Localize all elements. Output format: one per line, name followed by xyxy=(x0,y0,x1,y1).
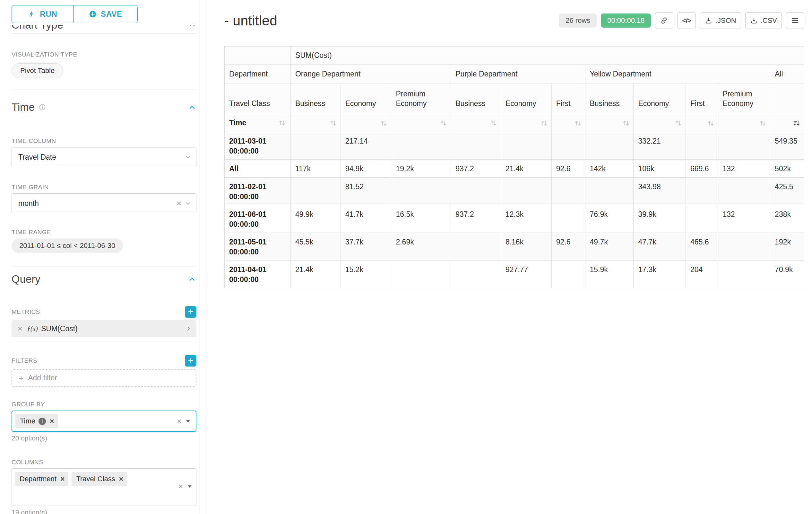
column-header: First xyxy=(686,83,718,114)
group-by-select[interactable]: Time i × × xyxy=(11,410,196,432)
value-cell: 425.5 xyxy=(770,178,804,205)
time-column-select[interactable]: Travel Date xyxy=(11,147,196,167)
column-header: Business xyxy=(290,83,341,114)
filters-label: FILTERS xyxy=(11,357,37,364)
time-section-header[interactable]: Time xyxy=(11,101,196,114)
sort-cell xyxy=(634,114,686,132)
divider xyxy=(11,33,196,34)
code-icon: </> xyxy=(682,17,691,24)
value-cell: 117k xyxy=(290,160,341,178)
metric-item[interactable]: × ƒ(x) SUM(Cost) xyxy=(11,320,196,337)
embed-code-button[interactable]: </> xyxy=(677,12,696,29)
time-range-pill[interactable]: 2011-01-01 ≤ col < 2011-06-30 xyxy=(11,238,123,253)
columns-tag: Department × xyxy=(15,472,68,486)
caret-down-icon xyxy=(185,418,191,424)
column-header: Business xyxy=(451,83,501,114)
chart-header: - untitled 26 rows 00:00:00.18 </> .JSON… xyxy=(224,12,804,29)
add-metric-button[interactable]: + xyxy=(185,306,196,318)
viz-type-pill[interactable]: Pivot Table xyxy=(11,63,63,78)
value-cell: 92.6 xyxy=(551,160,585,178)
value-cell xyxy=(451,178,501,205)
columns-options-hint: 19 option(s) xyxy=(11,509,196,514)
sort-icon[interactable] xyxy=(329,119,337,127)
save-button[interactable]: SAVE xyxy=(73,5,138,23)
sort-icon[interactable] xyxy=(439,119,447,127)
visualization-type-label: VISUALIZATION TYPE xyxy=(11,51,196,58)
add-filter-button[interactable]: + Add filter xyxy=(11,369,196,387)
value-cell: 927.77 xyxy=(501,261,551,288)
value-cell xyxy=(585,178,634,205)
value-cell: 8.16k xyxy=(501,233,551,261)
group-by-tag: Time i × xyxy=(16,414,58,428)
time-range-label: TIME RANGE xyxy=(11,229,196,236)
columns-select[interactable]: Department × Travel Class × × xyxy=(11,468,196,506)
row-label: 2011-03-01 00:00:00 xyxy=(225,132,291,160)
value-cell: 19.2k xyxy=(391,160,451,178)
remove-tag-icon[interactable]: × xyxy=(49,417,54,425)
table-row: 2011-06-01 00:00:0049.9k41.7k16.5k937.21… xyxy=(225,205,804,233)
value-cell: 94.9k xyxy=(341,160,391,178)
copy-link-button[interactable] xyxy=(655,12,673,29)
chevron-up-icon[interactable] xyxy=(188,275,196,284)
sort-cell xyxy=(501,114,551,132)
menu-button[interactable] xyxy=(786,12,804,29)
query-section-header[interactable]: Query xyxy=(11,273,196,286)
row-label: 2011-06-01 00:00:00 xyxy=(225,205,291,233)
clear-icon[interactable]: × xyxy=(174,417,185,425)
download-icon xyxy=(750,17,758,24)
clear-icon[interactable]: × xyxy=(173,199,184,208)
value-cell xyxy=(391,132,451,160)
run-button[interactable]: RUN xyxy=(11,5,74,23)
caret-down-icon xyxy=(186,483,193,490)
value-cell: 132 xyxy=(718,160,770,178)
chart-area: - untitled 26 rows 00:00:00.18 </> .JSON… xyxy=(207,0,812,514)
chevron-up-icon[interactable] xyxy=(188,25,196,29)
run-save-button-group: RUN SAVE xyxy=(11,5,196,23)
tag-label: Travel Class xyxy=(76,475,115,483)
remove-metric-icon[interactable]: × xyxy=(14,324,26,333)
time-grain-select[interactable]: month × xyxy=(11,193,196,213)
value-cell: 332.21 xyxy=(634,132,686,160)
sort-icon[interactable] xyxy=(707,119,715,127)
download-csv-button[interactable]: .CSV xyxy=(745,12,782,29)
add-filter-plus-button[interactable]: + xyxy=(185,355,196,367)
sort-descending-icon[interactable] xyxy=(792,119,801,127)
value-cell: 217.14 xyxy=(341,132,391,160)
sort-cell xyxy=(585,114,634,132)
sort-icon[interactable] xyxy=(759,119,767,127)
sort-icon[interactable] xyxy=(622,119,630,127)
value-cell xyxy=(551,205,585,233)
value-cell xyxy=(551,178,585,205)
sort-cell xyxy=(391,114,451,132)
chart-title[interactable]: - untitled xyxy=(224,13,277,29)
value-cell xyxy=(391,178,451,205)
value-cell: 21.4k xyxy=(501,160,551,178)
time-grain-label: TIME GRAIN xyxy=(11,184,196,191)
divider xyxy=(11,89,196,89)
sort-icon[interactable] xyxy=(380,119,388,127)
time-grain-value: month xyxy=(18,199,39,208)
value-cell: 49.7k xyxy=(585,233,634,261)
remove-tag-icon[interactable]: × xyxy=(118,476,123,483)
table-row: All117k94.9k19.2k937.221.4k92.6142k106k6… xyxy=(225,160,804,178)
sort-icon[interactable] xyxy=(674,119,682,127)
sort-icon[interactable] xyxy=(489,119,497,127)
chevron-up-icon[interactable] xyxy=(188,103,196,112)
clear-icon[interactable]: × xyxy=(175,482,186,491)
value-cell: 142k xyxy=(585,160,634,178)
sort-icon[interactable] xyxy=(540,119,548,127)
download-json-button[interactable]: .JSON xyxy=(700,12,741,29)
value-cell: 12.3k xyxy=(501,205,551,233)
sort-icon[interactable] xyxy=(278,119,286,127)
remove-tag-icon[interactable]: × xyxy=(60,476,64,483)
value-cell: 21.4k xyxy=(290,261,341,288)
caret-right-icon[interactable] xyxy=(185,325,192,332)
department-axis-label: Department xyxy=(225,64,291,83)
timer-badge: 00:00:00.18 xyxy=(601,13,651,28)
value-cell: 47.7k xyxy=(634,233,686,261)
value-cell: 2.69k xyxy=(391,233,451,261)
sort-icon[interactable] xyxy=(574,119,582,127)
value-cell xyxy=(686,132,718,160)
value-cell: 343.98 xyxy=(634,178,686,205)
table-row: 2011-03-01 00:00:00217.14332.21549.35 xyxy=(225,132,804,160)
